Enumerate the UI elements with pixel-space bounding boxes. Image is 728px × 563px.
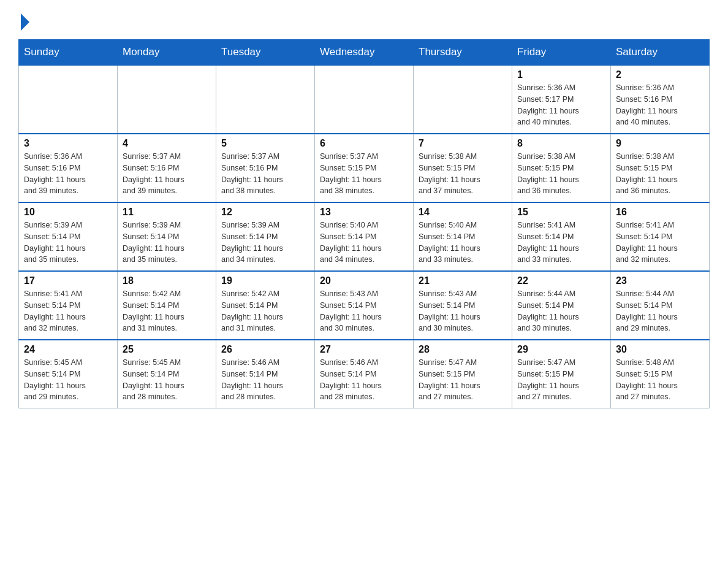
day-info: Sunrise: 5:44 AM Sunset: 5:14 PM Dayligh…: [616, 288, 704, 334]
day-number: 24: [24, 344, 112, 355]
calendar-cell: 11Sunrise: 5:39 AM Sunset: 5:14 PM Dayli…: [118, 202, 216, 271]
week-row-1: 1Sunrise: 5:36 AM Sunset: 5:17 PM Daylig…: [19, 65, 710, 134]
logo: [18, 12, 29, 28]
day-number: 15: [517, 207, 605, 218]
day-info: Sunrise: 5:42 AM Sunset: 5:14 PM Dayligh…: [123, 288, 211, 334]
day-info: Sunrise: 5:41 AM Sunset: 5:14 PM Dayligh…: [517, 220, 605, 266]
calendar-cell: 3Sunrise: 5:36 AM Sunset: 5:16 PM Daylig…: [19, 134, 118, 202]
calendar-cell: 16Sunrise: 5:41 AM Sunset: 5:14 PM Dayli…: [611, 202, 710, 271]
calendar-cell: 26Sunrise: 5:46 AM Sunset: 5:14 PM Dayli…: [216, 340, 315, 408]
calendar-cell: 19Sunrise: 5:42 AM Sunset: 5:14 PM Dayli…: [216, 271, 315, 340]
day-info: Sunrise: 5:43 AM Sunset: 5:14 PM Dayligh…: [320, 288, 408, 334]
day-info: Sunrise: 5:42 AM Sunset: 5:14 PM Dayligh…: [221, 288, 309, 334]
day-info: Sunrise: 5:37 AM Sunset: 5:15 PM Dayligh…: [320, 151, 408, 197]
calendar-cell: 23Sunrise: 5:44 AM Sunset: 5:14 PM Dayli…: [611, 271, 710, 340]
day-number: 17: [24, 275, 112, 286]
day-number: 5: [221, 138, 309, 149]
calendar-cell: 20Sunrise: 5:43 AM Sunset: 5:14 PM Dayli…: [315, 271, 414, 340]
day-info: Sunrise: 5:38 AM Sunset: 5:15 PM Dayligh…: [517, 151, 605, 197]
day-number: 16: [616, 207, 704, 218]
day-number: 29: [517, 344, 605, 355]
calendar-cell: [216, 65, 315, 134]
calendar-table: SundayMondayTuesdayWednesdayThursdayFrid…: [18, 39, 710, 408]
day-number: 1: [517, 69, 605, 80]
page-header: [18, 12, 710, 28]
calendar-cell: 27Sunrise: 5:46 AM Sunset: 5:14 PM Dayli…: [315, 340, 414, 408]
day-number: 22: [517, 275, 605, 286]
day-number: 25: [123, 344, 211, 355]
logo-arrow-icon: [21, 13, 29, 31]
calendar-cell: 24Sunrise: 5:45 AM Sunset: 5:14 PM Dayli…: [19, 340, 118, 408]
day-number: 8: [517, 138, 605, 149]
day-number: 26: [221, 344, 309, 355]
day-number: 6: [320, 138, 408, 149]
day-number: 7: [419, 138, 507, 149]
calendar-header-saturday: Saturday: [611, 40, 710, 66]
calendar-cell: 30Sunrise: 5:48 AM Sunset: 5:15 PM Dayli…: [611, 340, 710, 408]
calendar-cell: 1Sunrise: 5:36 AM Sunset: 5:17 PM Daylig…: [512, 65, 611, 134]
week-row-3: 10Sunrise: 5:39 AM Sunset: 5:14 PM Dayli…: [19, 202, 710, 271]
calendar-cell: 29Sunrise: 5:47 AM Sunset: 5:15 PM Dayli…: [512, 340, 611, 408]
day-info: Sunrise: 5:37 AM Sunset: 5:16 PM Dayligh…: [221, 151, 309, 197]
calendar-cell: 25Sunrise: 5:45 AM Sunset: 5:14 PM Dayli…: [118, 340, 216, 408]
calendar-cell: 18Sunrise: 5:42 AM Sunset: 5:14 PM Dayli…: [118, 271, 216, 340]
calendar-cell: 13Sunrise: 5:40 AM Sunset: 5:14 PM Dayli…: [315, 202, 414, 271]
calendar-cell: [414, 65, 512, 134]
day-number: 18: [123, 275, 211, 286]
day-info: Sunrise: 5:39 AM Sunset: 5:14 PM Dayligh…: [123, 220, 211, 266]
calendar-header-sunday: Sunday: [19, 40, 118, 66]
day-number: 9: [616, 138, 704, 149]
calendar-header-thursday: Thursday: [414, 40, 512, 66]
calendar-cell: 2Sunrise: 5:36 AM Sunset: 5:16 PM Daylig…: [611, 65, 710, 134]
day-info: Sunrise: 5:37 AM Sunset: 5:16 PM Dayligh…: [123, 151, 211, 197]
calendar-header-friday: Friday: [512, 40, 611, 66]
day-info: Sunrise: 5:46 AM Sunset: 5:14 PM Dayligh…: [221, 357, 309, 403]
day-number: 3: [24, 138, 112, 149]
calendar-cell: 22Sunrise: 5:44 AM Sunset: 5:14 PM Dayli…: [512, 271, 611, 340]
day-info: Sunrise: 5:46 AM Sunset: 5:14 PM Dayligh…: [320, 357, 408, 403]
calendar-cell: 9Sunrise: 5:38 AM Sunset: 5:15 PM Daylig…: [611, 134, 710, 202]
calendar-cell: 14Sunrise: 5:40 AM Sunset: 5:14 PM Dayli…: [414, 202, 512, 271]
calendar-cell: 8Sunrise: 5:38 AM Sunset: 5:15 PM Daylig…: [512, 134, 611, 202]
day-number: 30: [616, 344, 704, 355]
day-number: 10: [24, 207, 112, 218]
calendar-cell: [315, 65, 414, 134]
day-number: 4: [123, 138, 211, 149]
day-info: Sunrise: 5:45 AM Sunset: 5:14 PM Dayligh…: [123, 357, 211, 403]
day-info: Sunrise: 5:40 AM Sunset: 5:14 PM Dayligh…: [419, 220, 507, 266]
calendar-cell: 28Sunrise: 5:47 AM Sunset: 5:15 PM Dayli…: [414, 340, 512, 408]
day-info: Sunrise: 5:39 AM Sunset: 5:14 PM Dayligh…: [24, 220, 112, 266]
day-info: Sunrise: 5:45 AM Sunset: 5:14 PM Dayligh…: [24, 357, 112, 403]
day-info: Sunrise: 5:47 AM Sunset: 5:15 PM Dayligh…: [419, 357, 507, 403]
calendar-cell: 6Sunrise: 5:37 AM Sunset: 5:15 PM Daylig…: [315, 134, 414, 202]
day-number: 2: [616, 69, 704, 80]
day-info: Sunrise: 5:41 AM Sunset: 5:14 PM Dayligh…: [24, 288, 112, 334]
day-info: Sunrise: 5:36 AM Sunset: 5:16 PM Dayligh…: [616, 82, 704, 128]
day-info: Sunrise: 5:48 AM Sunset: 5:15 PM Dayligh…: [616, 357, 704, 403]
calendar-cell: 4Sunrise: 5:37 AM Sunset: 5:16 PM Daylig…: [118, 134, 216, 202]
calendar-header-monday: Monday: [118, 40, 216, 66]
day-info: Sunrise: 5:43 AM Sunset: 5:14 PM Dayligh…: [419, 288, 507, 334]
day-info: Sunrise: 5:36 AM Sunset: 5:16 PM Dayligh…: [24, 151, 112, 197]
week-row-4: 17Sunrise: 5:41 AM Sunset: 5:14 PM Dayli…: [19, 271, 710, 340]
week-row-2: 3Sunrise: 5:36 AM Sunset: 5:16 PM Daylig…: [19, 134, 710, 202]
day-info: Sunrise: 5:41 AM Sunset: 5:14 PM Dayligh…: [616, 220, 704, 266]
day-info: Sunrise: 5:38 AM Sunset: 5:15 PM Dayligh…: [616, 151, 704, 197]
calendar-header-row: SundayMondayTuesdayWednesdayThursdayFrid…: [19, 40, 710, 66]
day-number: 23: [616, 275, 704, 286]
calendar-header-wednesday: Wednesday: [315, 40, 414, 66]
week-row-5: 24Sunrise: 5:45 AM Sunset: 5:14 PM Dayli…: [19, 340, 710, 408]
calendar-cell: 12Sunrise: 5:39 AM Sunset: 5:14 PM Dayli…: [216, 202, 315, 271]
day-number: 19: [221, 275, 309, 286]
calendar-cell: [19, 65, 118, 134]
day-number: 11: [123, 207, 211, 218]
day-number: 12: [221, 207, 309, 218]
calendar-cell: 21Sunrise: 5:43 AM Sunset: 5:14 PM Dayli…: [414, 271, 512, 340]
day-info: Sunrise: 5:44 AM Sunset: 5:14 PM Dayligh…: [517, 288, 605, 334]
day-info: Sunrise: 5:39 AM Sunset: 5:14 PM Dayligh…: [221, 220, 309, 266]
day-info: Sunrise: 5:47 AM Sunset: 5:15 PM Dayligh…: [517, 357, 605, 403]
day-info: Sunrise: 5:36 AM Sunset: 5:17 PM Dayligh…: [517, 82, 605, 128]
calendar-cell: 10Sunrise: 5:39 AM Sunset: 5:14 PM Dayli…: [19, 202, 118, 271]
day-number: 14: [419, 207, 507, 218]
calendar-header-tuesday: Tuesday: [216, 40, 315, 66]
